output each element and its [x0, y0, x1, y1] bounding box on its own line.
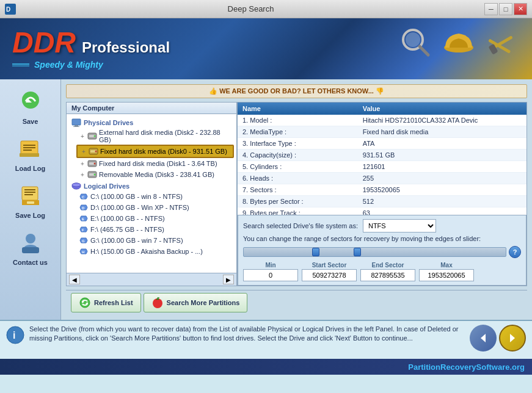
load-log-label: Load Log: [15, 165, 46, 172]
svg-point-32: [95, 151, 97, 153]
disk1-label: Fixed hard disk media (Disk1 - 3.64 TB): [99, 160, 217, 167]
tools-icon: [483, 24, 520, 61]
maximize-button[interactable]: □: [499, 3, 512, 15]
back-button[interactable]: [470, 325, 497, 352]
save-button[interactable]: Save: [6, 85, 55, 128]
contact-us-label: Contact us: [13, 259, 48, 266]
main-area: Save Load Log: [0, 79, 532, 320]
magnifier-icon: [398, 24, 434, 61]
end-sector-input[interactable]: [360, 269, 415, 281]
apple-icon: [151, 297, 164, 309]
drive-g-icon: G: [79, 236, 89, 245]
drive-h-icon: H: [79, 247, 89, 256]
filesystem-select[interactable]: NTFS FAT FAT32 exFAT: [363, 219, 436, 233]
table-row: 3. Interface Type :ATA: [238, 138, 527, 150]
refresh-list-label: Refresh List: [94, 299, 133, 306]
start-sector-group: Start Sector: [302, 262, 357, 281]
search-more-partitions-label: Search More Partitions: [167, 299, 240, 306]
detail-name: 2. MediaType :: [238, 126, 358, 138]
tree-item-disk1[interactable]: + Fixed hard disk media (Disk1 - 3.64 TB…: [76, 158, 234, 169]
details-table-wrapper[interactable]: Name Value 1. Model :Hitachi HDS721010CL…: [238, 103, 527, 215]
drive-h-label: H:\ (150.00 GB - Akaisha Backup - ...): [90, 248, 203, 255]
table-row: 7. Sectors :1953520065: [238, 184, 527, 196]
detail-name: 6. Heads :: [238, 173, 358, 184]
expand-icon-disk0: +: [80, 148, 87, 155]
detail-value: 512: [358, 196, 527, 207]
status-bar: i Select the Drive (from which you want …: [0, 320, 532, 359]
search-more-partitions-button[interactable]: Search More Partitions: [144, 293, 248, 312]
refresh-list-button[interactable]: Refresh List: [71, 293, 141, 312]
action-row: Refresh List Search More Partitions: [66, 290, 527, 315]
tree-item-c[interactable]: C C:\ (100.00 GB - win 8 - NTFS): [76, 191, 234, 202]
drive-d-icon: D: [79, 203, 89, 212]
detail-value: 255: [358, 173, 527, 184]
max-label: Max: [440, 262, 452, 269]
logical-drives-label: Logical Drives: [84, 182, 129, 190]
min-label: Min: [265, 262, 275, 269]
helmet-icon: [440, 24, 477, 61]
table-row: 4. Capacity(size) :931.51 GB: [238, 150, 527, 161]
status-icon-wrapper: i: [6, 326, 24, 344]
end-sector-label: End Sector: [372, 262, 404, 269]
filesystem-label: Search selected Drive's file system as:: [243, 222, 358, 229]
slider-track[interactable]: [243, 247, 506, 257]
details-panel: Name Value 1. Model :Hitachi HDS721010CL…: [237, 102, 527, 286]
nav-buttons: [470, 325, 526, 352]
save-log-button[interactable]: Save Log: [6, 179, 55, 222]
load-log-button[interactable]: Load Log: [6, 132, 55, 175]
tree-item-disk3[interactable]: + Removable Media (Disk3 - 238.41 GB): [76, 169, 234, 180]
tree-scroll-left[interactable]: ◀: [69, 275, 80, 284]
tree-scroll-right[interactable]: ▶: [223, 275, 234, 284]
min-input[interactable]: [243, 269, 298, 281]
contact-us-button[interactable]: Contact us: [6, 226, 55, 269]
banner-icon-left: 👍: [209, 87, 217, 95]
bottom-section: Search selected Drive's file system as: …: [238, 215, 527, 286]
save-label: Save: [23, 118, 38, 125]
svg-text:D: D: [82, 206, 85, 210]
svg-marker-51: [481, 334, 486, 342]
svg-point-11: [22, 92, 39, 109]
close-button[interactable]: ✕: [514, 3, 527, 15]
svg-point-29: [94, 135, 96, 137]
max-input[interactable]: [419, 269, 474, 281]
slider-thumb-end[interactable]: [354, 248, 361, 256]
drive-e-label: E:\ (100.00 GB - - NTFS): [90, 215, 165, 222]
logo-ddr: DDR: [12, 28, 76, 57]
detail-value: 63: [358, 207, 527, 215]
tree-item-f[interactable]: F F:\ (465.75 GB - - NTFS): [76, 224, 234, 235]
slider-thumb-start[interactable]: [312, 248, 319, 256]
drive-e-icon: E: [79, 214, 89, 223]
detail-name: 5. Cylinders :: [238, 161, 358, 173]
tree-item-h[interactable]: H H:\ (150.00 GB - Akaisha Backup - ...): [76, 246, 234, 257]
svg-text:F: F: [82, 228, 84, 232]
tree-item-e[interactable]: E E:\ (100.00 GB - - NTFS): [76, 213, 234, 224]
detail-value: Hitachi HDS721010CLA332 ATA Devic: [358, 115, 527, 126]
svg-marker-52: [510, 334, 515, 342]
tree-item-disk0[interactable]: + Fixed hard disk media (Disk0 - 931.51 …: [76, 145, 234, 158]
table-row: 6. Heads :255: [238, 173, 527, 184]
next-button[interactable]: [499, 325, 526, 352]
status-text: Select the Drive (from which you want to…: [29, 325, 465, 344]
help-button[interactable]: ?: [509, 246, 521, 258]
logical-drives-icon: [71, 182, 81, 190]
tree-item-d[interactable]: D D:\ (100.00 GB - Win XP - NTFS): [76, 202, 234, 213]
left-sidebar: Save Load Log: [0, 79, 61, 320]
header-icons: [398, 24, 520, 61]
max-group: Max: [419, 262, 474, 281]
minimize-button[interactable]: ─: [484, 3, 498, 15]
titlebar-controls: ─ □ ✕: [484, 3, 527, 15]
detail-name: 9. Bytes per Track :: [238, 207, 358, 215]
table-row: 9. Bytes per Track :63: [238, 207, 527, 215]
svg-rect-24: [72, 119, 81, 125]
tree-item-disk2[interactable]: + External hard disk media (Disk2 - 232.…: [76, 128, 234, 145]
col-name: Name: [238, 103, 358, 115]
tree-item-g[interactable]: G G:\ (100.00 GB - win 7 - NTFS): [76, 235, 234, 246]
svg-rect-17: [22, 187, 38, 200]
footer: PartitionRecoverySoftware.org: [0, 359, 532, 375]
svg-point-35: [94, 163, 96, 165]
start-sector-input[interactable]: [302, 269, 357, 281]
banner-icon-right: 👎: [376, 87, 384, 95]
detail-name: 3. Interface Type :: [238, 138, 358, 150]
tree-content[interactable]: Physical Drives + External hard disk med…: [67, 114, 236, 273]
svg-line-6: [420, 46, 428, 55]
